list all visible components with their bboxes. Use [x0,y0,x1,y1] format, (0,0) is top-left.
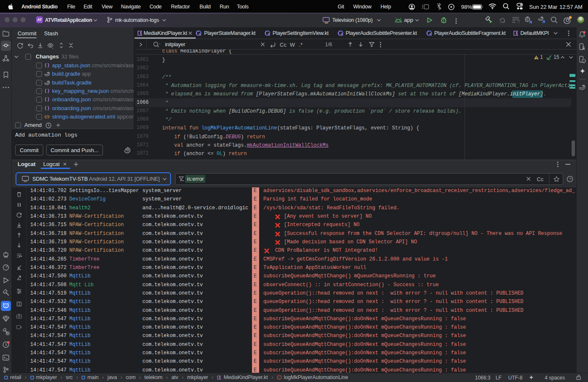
svg-text:A: A [500,20,503,24]
svg-text:?: ? [569,177,571,181]
svg-text:f: f [278,376,280,379]
